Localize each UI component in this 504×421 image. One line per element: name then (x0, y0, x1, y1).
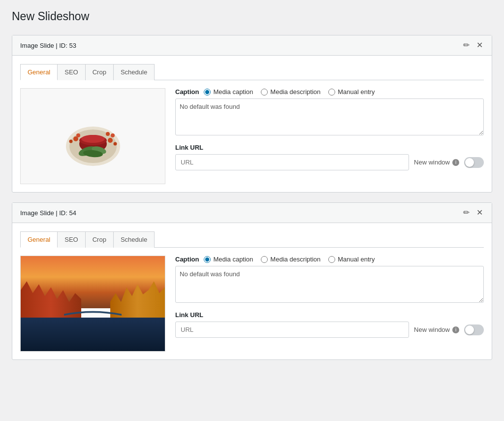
svg-point-9 (76, 133, 80, 137)
new-window-text-54: New window (414, 326, 450, 333)
food-image-scene (21, 89, 165, 184)
food-illustration (44, 97, 142, 176)
tab-seo-53[interactable]: SEO (57, 64, 85, 80)
slide-content-54: CaptionMedia captionMedia descriptionMan… (20, 256, 484, 352)
new-window-label-54: New window i (414, 326, 459, 333)
info-icon-53: i (452, 159, 459, 166)
new-window-label-53: New window i (414, 159, 459, 166)
slide-body-54: GeneralSEOCropSchedule CaptionMedia capt… (12, 223, 492, 359)
slide-body-53: GeneralSEOCropSchedule (12, 56, 492, 192)
caption-option-media-caption-54[interactable]: Media caption (204, 256, 253, 263)
slides-container: Image Slide | ID: 53✏✕GeneralSEOCropSche… (12, 35, 492, 360)
caption-radio-media-caption-54[interactable] (204, 256, 211, 263)
caption-radio-media-description-53[interactable] (261, 89, 268, 96)
slide-header-title-54: Image Slide | ID: 54 (20, 209, 76, 217)
caption-option-media-description-53[interactable]: Media description (261, 88, 320, 96)
svg-point-11 (108, 138, 113, 143)
caption-option-media-caption-53[interactable]: Media caption (204, 88, 253, 96)
slide-fields-53: CaptionMedia captionMedia descriptionMan… (175, 88, 484, 184)
url-input-54[interactable] (175, 322, 409, 338)
caption-radio-group-54: Media captionMedia descriptionManual ent… (204, 256, 375, 263)
caption-option-manual-entry-53[interactable]: Manual entry (328, 88, 375, 96)
tab-schedule-53[interactable]: Schedule (113, 64, 155, 80)
tab-crop-54[interactable]: Crop (85, 231, 114, 248)
new-window-toggle-53[interactable] (464, 157, 484, 168)
slide-tabs-54: GeneralSEOCropSchedule (20, 231, 484, 248)
caption-option-media-description-54[interactable]: Media description (261, 256, 320, 263)
slide-tabs-53: GeneralSEOCropSchedule (20, 64, 484, 80)
tab-crop-53[interactable]: Crop (85, 64, 114, 80)
caption-label-53: Caption (175, 88, 199, 96)
tab-schedule-54[interactable]: Schedule (113, 231, 155, 248)
url-label-53: Link URL (175, 144, 484, 151)
caption-top-row-53: CaptionMedia captionMedia descriptionMan… (175, 88, 484, 96)
new-window-toggle-54[interactable] (464, 324, 484, 335)
new-window-text-53: New window (414, 159, 450, 166)
slide-fields-54: CaptionMedia captionMedia descriptionMan… (175, 256, 484, 352)
slide-header-53: Image Slide | ID: 53✏✕ (12, 35, 492, 56)
caption-radio-manual-entry-54[interactable] (328, 256, 335, 263)
caption-radio-media-description-54[interactable] (261, 256, 268, 263)
slide-header-actions-53: ✏✕ (462, 40, 484, 50)
page-title: New Slideshow (12, 10, 492, 23)
svg-point-13 (113, 142, 117, 145)
caption-field-53: CaptionMedia captionMedia descriptionMan… (175, 88, 484, 137)
caption-radio-group-53: Media captionMedia descriptionManual ent… (204, 88, 375, 96)
slide-header-title-53: Image Slide | ID: 53 (20, 42, 76, 49)
caption-option-manual-entry-54[interactable]: Manual entry (328, 256, 375, 263)
svg-point-10 (69, 139, 72, 143)
edit-slide-button-54[interactable]: ✏ (462, 208, 471, 218)
slide-card-54: Image Slide | ID: 54✏✕GeneralSEOCropSche… (12, 202, 492, 360)
slide-card-53: Image Slide | ID: 53✏✕GeneralSEOCropSche… (12, 35, 492, 193)
caption-top-row-54: CaptionMedia captionMedia descriptionMan… (175, 256, 484, 263)
close-slide-button-54[interactable]: ✕ (475, 208, 484, 218)
canal-image-scene (21, 256, 165, 351)
caption-radio-media-caption-53[interactable] (204, 89, 211, 96)
svg-point-4 (81, 135, 105, 143)
svg-point-12 (111, 133, 115, 137)
url-field-54: Link URLNew window i (175, 311, 484, 338)
caption-textarea-53[interactable]: No default was found (175, 98, 484, 135)
slide-image-53 (20, 88, 165, 184)
edit-slide-button-53[interactable]: ✏ (462, 40, 471, 50)
tab-seo-54[interactable]: SEO (57, 231, 85, 248)
slide-image-54 (20, 256, 165, 352)
caption-textarea-54[interactable]: No default was found (175, 266, 484, 303)
url-inner-row-54: New window i (175, 322, 484, 338)
caption-field-54: CaptionMedia captionMedia descriptionMan… (175, 256, 484, 304)
slide-content-53: CaptionMedia captionMedia descriptionMan… (20, 88, 484, 184)
svg-point-14 (106, 132, 110, 136)
url-field-53: Link URLNew window i (175, 144, 484, 170)
slide-header-actions-54: ✏✕ (462, 208, 484, 218)
close-slide-button-53[interactable]: ✕ (475, 40, 484, 50)
info-icon-54: i (452, 326, 459, 333)
url-inner-row-53: New window i (175, 154, 484, 170)
tab-general-54[interactable]: General (20, 231, 58, 248)
tab-general-53[interactable]: General (20, 64, 58, 80)
slide-header-54: Image Slide | ID: 54✏✕ (12, 203, 492, 223)
canal-path-svg (64, 305, 122, 324)
caption-label-54: Caption (175, 256, 199, 263)
url-label-54: Link URL (175, 311, 484, 319)
caption-radio-manual-entry-53[interactable] (328, 89, 335, 96)
url-input-53[interactable] (175, 154, 409, 170)
